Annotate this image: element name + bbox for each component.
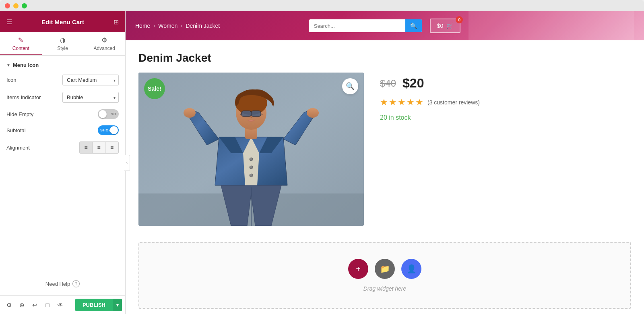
- publish-dropdown-button[interactable]: ▾: [113, 299, 122, 311]
- tab-style-label: Style: [57, 46, 68, 51]
- subtotal-toggle[interactable]: SHOW: [98, 125, 119, 135]
- svg-point-7: [307, 108, 319, 118]
- cart-button[interactable]: $0 🛒 0: [430, 19, 461, 33]
- panel-header: ☰ Edit Menu Cart ⊞: [0, 11, 125, 32]
- tab-advanced[interactable]: ⚙ Advanced: [83, 32, 125, 55]
- svg-point-5: [250, 174, 253, 177]
- star-1: ★: [380, 97, 388, 108]
- right-panel: Home › Women › Denim Jacket 🔍 $0 🛒 0 Den…: [126, 11, 644, 314]
- app-container: ☰ Edit Menu Cart ⊞ ✎ Content ◑ Style ⚙ A…: [0, 11, 644, 314]
- history-icon[interactable]: ↩: [29, 299, 40, 311]
- align-center-button[interactable]: ≡: [93, 142, 105, 153]
- items-indicator-select-wrapper: None Bubble Plain ▾: [62, 92, 119, 103]
- price-new: $20: [402, 76, 424, 91]
- svg-point-6: [184, 108, 196, 118]
- sale-badge: Sale!: [144, 78, 165, 99]
- hide-empty-toggle-off[interactable]: NO: [98, 109, 119, 119]
- content-tab-icon: ✎: [18, 36, 23, 44]
- svg-rect-11: [242, 111, 251, 116]
- reviews-text[interactable]: (3 customer reviews): [427, 99, 480, 106]
- drop-zone: + 📁 👤 Drag widget here: [138, 242, 631, 309]
- widget-button[interactable]: 👤: [401, 259, 421, 279]
- need-help: Need Help ?: [0, 272, 125, 295]
- top-navigation: Home › Women › Denim Jacket 🔍 $0 🛒 0: [126, 11, 644, 40]
- close-button[interactable]: [5, 3, 10, 8]
- content-area: Denim Jacket Sale! 🔍: [126, 40, 644, 314]
- cart-icon: 🛒: [446, 23, 453, 29]
- need-help-text: Need Help: [45, 281, 70, 287]
- svg-point-3: [250, 158, 253, 161]
- folder-button[interactable]: 📁: [375, 259, 395, 279]
- icon-select[interactable]: Cart Small Cart Medium Cart Large: [62, 75, 119, 85]
- window-chrome: [0, 0, 644, 11]
- panel-bottom-toolbar: ⚙ ⊕ ↩ □ 👁 PUBLISH ▾: [0, 295, 125, 314]
- layers-icon[interactable]: ⊕: [16, 299, 27, 311]
- items-indicator-label: Items Indicator: [6, 94, 41, 100]
- breadcrumb-denim-jacket[interactable]: Denim Jacket: [186, 23, 220, 29]
- tab-content-label: Content: [12, 46, 29, 51]
- align-left-button[interactable]: ≡: [80, 142, 93, 153]
- breadcrumb-women[interactable]: Women: [158, 23, 178, 29]
- subtotal-label: Subtotal: [6, 127, 26, 133]
- icon-field-row: Icon Cart Small Cart Medium Cart Large ▾: [6, 75, 119, 85]
- icon-select-wrapper: Cart Small Cart Medium Cart Large ▾: [62, 75, 119, 85]
- price-wrap: $40 $20: [380, 76, 631, 91]
- responsive-icon[interactable]: □: [42, 299, 53, 311]
- grid-icon[interactable]: ⊞: [114, 18, 119, 26]
- cart-badge: 0: [456, 16, 463, 23]
- search-button[interactable]: 🔍: [405, 19, 422, 32]
- star-3: ★: [398, 97, 406, 108]
- style-tab-icon: ◑: [60, 36, 66, 44]
- product-image-wrap: Sale! 🔍: [138, 73, 364, 226]
- tab-advanced-label: Advanced: [93, 46, 115, 51]
- items-indicator-select[interactable]: None Bubble Plain: [62, 92, 119, 103]
- subtotal-toggle-on[interactable]: SHOW: [98, 125, 119, 135]
- align-right-button[interactable]: ≡: [105, 142, 118, 153]
- tab-style[interactable]: ◑ Style: [42, 32, 84, 55]
- add-widget-button[interactable]: +: [348, 259, 368, 279]
- hide-empty-off-label: NO: [111, 112, 117, 116]
- publish-button-wrap: PUBLISH ▾: [75, 299, 122, 311]
- zoom-button[interactable]: 🔍: [342, 78, 358, 94]
- star-5: ★: [415, 97, 423, 108]
- bottom-icons: ⚙ ⊕ ↩ □ 👁: [3, 299, 66, 311]
- minimize-button[interactable]: [13, 3, 19, 8]
- star-4: ★: [407, 97, 415, 108]
- publish-button[interactable]: PUBLISH: [75, 299, 113, 311]
- maximize-button[interactable]: [22, 3, 27, 8]
- alignment-buttons: ≡ ≡ ≡: [79, 141, 119, 154]
- svg-point-4: [250, 166, 253, 169]
- drop-zone-label: Drag widget here: [363, 285, 407, 292]
- tab-content[interactable]: ✎ Content: [0, 32, 42, 55]
- settings-icon[interactable]: ⚙: [3, 299, 14, 311]
- breadcrumb-sep-2: ›: [181, 23, 182, 29]
- search-input[interactable]: [309, 20, 405, 32]
- icon-label: Icon: [6, 77, 17, 83]
- left-panel: ☰ Edit Menu Cart ⊞ ✎ Content ◑ Style ⚙ A…: [0, 11, 126, 314]
- help-icon[interactable]: ?: [72, 280, 80, 287]
- product-image-svg: [138, 73, 364, 226]
- subtotal-row: Subtotal SHOW: [6, 125, 119, 135]
- product-layout: Sale! 🔍: [138, 73, 631, 226]
- price-old: $40: [380, 78, 396, 89]
- collapse-panel-handle[interactable]: ‹: [124, 155, 130, 171]
- stars-wrap: ★ ★ ★ ★ ★ (3 customer reviews): [380, 97, 631, 108]
- section-label: Menu Icon: [13, 62, 39, 68]
- breadcrumb-home[interactable]: Home: [135, 23, 150, 29]
- stock-text: 20 in stock: [380, 114, 631, 121]
- hide-empty-row: Hide Empty NO: [6, 109, 119, 119]
- panel-title: Edit Menu Cart: [41, 19, 84, 25]
- svg-rect-12: [251, 111, 261, 116]
- star-2: ★: [389, 97, 397, 108]
- drop-zone-buttons: + 📁 👤: [348, 259, 421, 279]
- subtotal-on-label: SHOW: [100, 128, 112, 132]
- menu-icon-section-header[interactable]: ▼ Menu Icon: [6, 62, 119, 68]
- preview-icon[interactable]: 👁: [55, 299, 66, 311]
- alignment-label: Alignment: [6, 145, 30, 151]
- search-wrapper: 🔍: [309, 19, 422, 32]
- items-indicator-row: Items Indicator None Bubble Plain ▾: [6, 92, 119, 103]
- star-rating: ★ ★ ★ ★ ★: [380, 97, 423, 108]
- alignment-row: Alignment ≡ ≡ ≡: [6, 141, 119, 154]
- hide-empty-toggle[interactable]: NO: [98, 109, 119, 119]
- hamburger-icon[interactable]: ☰: [6, 18, 12, 26]
